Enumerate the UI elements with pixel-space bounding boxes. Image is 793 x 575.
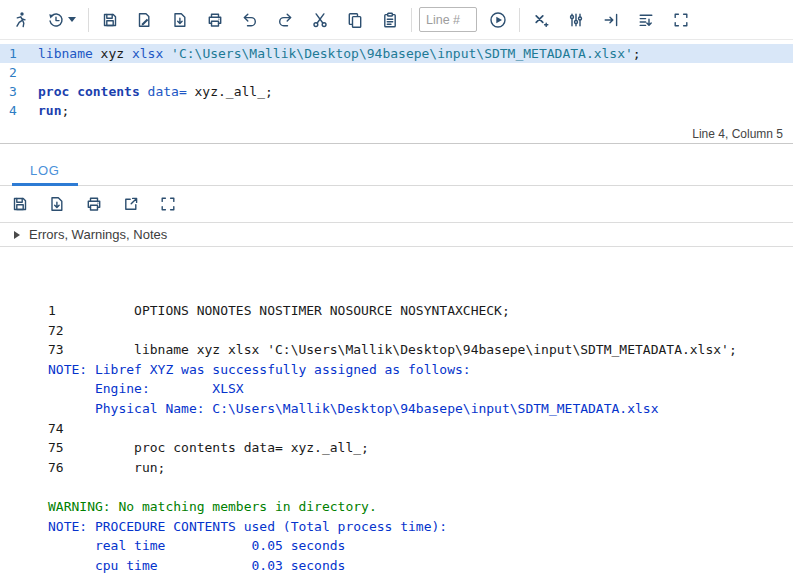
- log-content: 1 OPTIONS NONOTES NOSTIMER NOSOURCE NOSY…: [0, 247, 793, 575]
- sas-studio-window: 1libname xyz xlsx 'C:\Users\Mallik\Deskt…: [0, 0, 793, 575]
- clear-code-button[interactable]: [527, 6, 555, 34]
- maximize-view-button[interactable]: [667, 6, 695, 34]
- print-icon: [206, 11, 224, 29]
- log-line: 75 proc contents data= xyz._all_;: [48, 438, 793, 458]
- indent-icon: [602, 11, 620, 29]
- log-line: 72: [48, 321, 793, 341]
- log-line: NOTE: PROCEDURE CONTENTS used (Total pro…: [48, 517, 793, 537]
- print-button[interactable]: [201, 6, 229, 34]
- toolbar-separator: [411, 8, 412, 32]
- log-line: [48, 477, 793, 497]
- log-messages-toggle[interactable]: Errors, Warnings, Notes: [0, 222, 793, 247]
- code-line[interactable]: 4run;: [0, 101, 793, 120]
- log-line: cpu time 0.03 seconds: [48, 556, 793, 575]
- save-as-icon: [136, 11, 154, 29]
- redo-icon: [276, 11, 294, 29]
- go-to-line-button[interactable]: [484, 6, 512, 34]
- go-to-line-icon: [489, 11, 507, 29]
- download-icon: [171, 11, 189, 29]
- save-icon: [101, 11, 119, 29]
- code-text: run;: [38, 101, 69, 120]
- toolbar-separator: [88, 8, 89, 32]
- log-line: Physical Name: C:\Users\Mallik\Desktop\9…: [48, 399, 793, 419]
- chevron-right-icon: [14, 231, 20, 239]
- download-button[interactable]: [166, 6, 194, 34]
- format-code-icon: [567, 11, 585, 29]
- copy-button[interactable]: [341, 6, 369, 34]
- line-number: 1: [0, 44, 38, 63]
- undo-icon: [241, 11, 259, 29]
- code-text: proc contents data= xyz._all_;: [38, 82, 273, 101]
- code-outline-button[interactable]: [632, 6, 660, 34]
- log-line: Engine: XLSX: [48, 379, 793, 399]
- print-log-button[interactable]: [80, 190, 108, 218]
- log-line: NOTE: Libref XYZ was successfully assign…: [48, 360, 793, 380]
- line-number: 3: [0, 82, 38, 101]
- save-button[interactable]: [96, 6, 124, 34]
- code-line[interactable]: 3proc contents data= xyz._all_;: [0, 82, 793, 101]
- undo-button[interactable]: [236, 6, 264, 34]
- chevron-down-icon: [68, 17, 76, 22]
- redo-button[interactable]: [271, 6, 299, 34]
- clear-code-icon: [532, 11, 550, 29]
- paste-button[interactable]: [376, 6, 404, 34]
- cut-icon: [311, 11, 329, 29]
- tab-log[interactable]: LOG: [12, 157, 78, 186]
- code-line[interactable]: 1libname xyz xlsx 'C:\Users\Mallik\Deskt…: [0, 44, 793, 63]
- editor-lines: 1libname xyz xlsx 'C:\Users\Mallik\Deskt…: [0, 44, 793, 120]
- editor-toolbar: [0, 0, 793, 40]
- log-line: 74: [48, 419, 793, 439]
- cut-button[interactable]: [306, 6, 334, 34]
- submission-history-icon: [47, 11, 65, 29]
- log-tab-bar: LOG: [0, 156, 793, 186]
- format-code-button[interactable]: [562, 6, 590, 34]
- copy-icon: [346, 11, 364, 29]
- open-new-window-button[interactable]: [117, 190, 145, 218]
- download-log-button[interactable]: [43, 190, 71, 218]
- paste-icon: [381, 11, 399, 29]
- maximize-log-view-button[interactable]: [154, 190, 182, 218]
- log-line: 76 run;: [48, 458, 793, 478]
- cursor-position-label: Line 4, Column 5: [692, 127, 783, 141]
- running-man-icon: [11, 11, 29, 29]
- print-log-icon: [85, 195, 103, 213]
- indent-button[interactable]: [597, 6, 625, 34]
- download-log-icon: [48, 195, 66, 213]
- open-new-window-icon: [122, 195, 140, 213]
- run-button[interactable]: [6, 6, 34, 34]
- save-as-button[interactable]: [131, 6, 159, 34]
- line-number: 4: [0, 101, 38, 120]
- maximize-view-icon: [672, 11, 690, 29]
- log-line: 73 libname xyz xlsx 'C:\Users\Mallik\Des…: [48, 340, 793, 360]
- save-log-icon: [11, 195, 29, 213]
- code-editor[interactable]: 1libname xyz xlsx 'C:\Users\Mallik\Deskt…: [0, 40, 793, 124]
- log-line: real time 0.05 seconds: [48, 536, 793, 556]
- save-log-button[interactable]: [6, 190, 34, 218]
- log-messages-label: Errors, Warnings, Notes: [29, 227, 167, 242]
- log-line: WARNING: No matching members in director…: [48, 497, 793, 517]
- maximize-view-icon: [159, 195, 177, 213]
- log-toolbar: [0, 186, 793, 222]
- code-outline-icon: [637, 11, 655, 29]
- editor-status-bar: Line 4, Column 5: [0, 124, 793, 144]
- code-text: libname xyz xlsx 'C:\Users\Mallik\Deskto…: [38, 44, 641, 63]
- code-line[interactable]: 2: [0, 63, 793, 82]
- line-number-input[interactable]: [419, 7, 477, 32]
- log-line: 1 OPTIONS NONOTES NOSTIMER NOSOURCE NOSY…: [48, 301, 793, 321]
- toolbar-separator: [519, 8, 520, 32]
- submission-history-button[interactable]: [41, 6, 81, 34]
- line-number: 2: [0, 63, 38, 82]
